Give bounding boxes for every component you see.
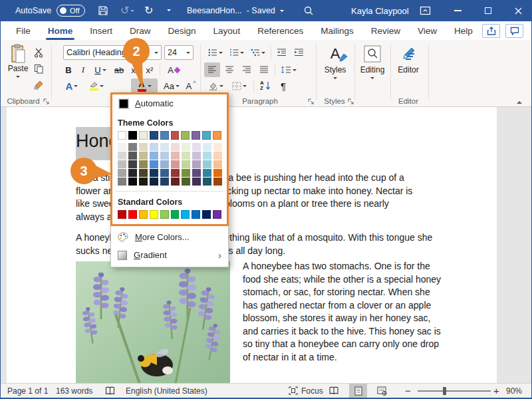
theme-variant-swatch[interactable]	[213, 143, 222, 151]
theme-variant-swatch[interactable]	[150, 143, 158, 151]
theme-variant-swatch[interactable]	[139, 178, 148, 186]
customize-qat-button[interactable]	[167, 0, 171, 21]
tab-file[interactable]: File	[7, 21, 39, 40]
theme-variant-swatch[interactable]	[182, 178, 190, 186]
theme-variant-swatch[interactable]	[160, 143, 169, 151]
theme-variant-swatch[interactable]	[150, 169, 158, 177]
theme-variant-swatch[interactable]	[213, 160, 222, 168]
numbering-button[interactable]	[227, 45, 247, 60]
theme-variant-swatch[interactable]	[118, 160, 126, 168]
theme-variant-swatch[interactable]	[128, 160, 137, 168]
theme-variant-swatch[interactable]	[203, 143, 211, 151]
italic-button[interactable]: I	[77, 63, 89, 77]
tab-review[interactable]: Review	[362, 21, 409, 40]
pilcrow-button[interactable]: ¶	[276, 78, 291, 93]
decrease-indent-button[interactable]	[273, 45, 289, 60]
maximize-button[interactable]	[478, 0, 498, 21]
editor-button[interactable]: Editor	[393, 44, 424, 94]
theme-variant-swatch[interactable]	[118, 152, 126, 160]
theme-variant-swatch[interactable]	[160, 178, 169, 186]
theme-variant-swatch[interactable]	[118, 143, 126, 151]
automatic-color-item[interactable]: Automatic	[112, 94, 227, 112]
highlight-color-button[interactable]	[84, 78, 108, 93]
tab-view[interactable]: View	[409, 21, 446, 40]
theme-variant-swatch[interactable]	[160, 152, 169, 160]
theme-variant-swatch[interactable]	[150, 178, 158, 186]
theme-color-swatch[interactable]	[128, 131, 137, 140]
increase-indent-button[interactable]	[291, 45, 307, 60]
save-button[interactable]	[98, 0, 108, 21]
format-painter-button[interactable]	[31, 77, 46, 92]
styles-dialog-launcher[interactable]	[348, 98, 354, 105]
theme-variant-swatch[interactable]	[128, 152, 137, 160]
theme-color-swatch[interactable]	[192, 131, 200, 140]
theme-variant-swatch[interactable]	[203, 178, 211, 186]
theme-variant-swatch[interactable]	[118, 169, 126, 177]
grow-font-button[interactable]: A^	[184, 78, 198, 93]
proofing-button[interactable]	[105, 384, 115, 398]
change-case-button[interactable]: Aa	[160, 78, 183, 93]
standard-color-swatch[interactable]	[192, 210, 200, 219]
theme-variant-swatch[interactable]	[118, 178, 126, 186]
word-count[interactable]: 163 words	[56, 384, 92, 398]
standard-color-swatch[interactable]	[213, 210, 221, 219]
standard-color-swatch[interactable]	[202, 210, 211, 219]
bold-button[interactable]: B	[62, 63, 75, 77]
print-layout-button[interactable]	[349, 384, 367, 398]
theme-variant-swatch[interactable]	[139, 143, 148, 151]
redo-button[interactable]: ↻	[144, 0, 153, 21]
comments-button[interactable]	[505, 24, 523, 38]
share-button[interactable]	[482, 24, 500, 38]
theme-variant-swatch[interactable]	[171, 152, 180, 160]
theme-variant-swatch[interactable]	[192, 160, 201, 168]
align-right-button[interactable]	[239, 63, 255, 77]
theme-variant-swatch[interactable]	[182, 169, 190, 177]
styles-button[interactable]: A Styles	[320, 44, 350, 94]
clipboard-dialog-launcher[interactable]	[43, 98, 50, 105]
theme-variant-swatch[interactable]	[182, 143, 190, 151]
theme-variant-swatch[interactable]	[213, 169, 222, 177]
tab-mailings[interactable]: Mailings	[312, 21, 362, 40]
standard-color-swatch[interactable]	[128, 210, 137, 219]
justify-button[interactable]	[256, 63, 272, 77]
text-effects-button[interactable]: A	[62, 78, 82, 93]
shading-button[interactable]	[204, 78, 227, 93]
tab-insert[interactable]: Insert	[81, 21, 121, 40]
theme-variant-swatch[interactable]	[128, 143, 137, 151]
standard-color-swatch[interactable]	[181, 210, 190, 219]
standard-color-swatch[interactable]	[118, 210, 126, 219]
zoom-out-button[interactable]: −	[405, 384, 411, 398]
standard-color-swatch[interactable]	[139, 210, 148, 219]
theme-color-swatch[interactable]	[139, 131, 148, 140]
font-size-combo[interactable]: 24	[164, 45, 194, 60]
theme-color-swatch[interactable]	[202, 131, 211, 140]
sort-button[interactable]: A Z	[256, 78, 275, 93]
theme-color-swatch[interactable]	[160, 131, 169, 140]
page-indicator[interactable]: Page 1 of 1	[7, 384, 48, 398]
cut-button[interactable]	[31, 45, 46, 60]
paragraph-3[interactable]: A honeybee has two stomachs. One is for …	[243, 260, 441, 364]
theme-variant-swatch[interactable]	[192, 143, 201, 151]
theme-variant-swatch[interactable]	[150, 152, 158, 160]
minimize-button[interactable]	[448, 0, 467, 21]
tab-layout[interactable]: Layout	[205, 21, 249, 40]
undo-button[interactable]: ↺	[120, 0, 134, 21]
language-indicator[interactable]: English (United States)	[126, 384, 207, 398]
close-button[interactable]	[508, 0, 528, 21]
autosave-toggle[interactable]: Off	[57, 0, 85, 21]
theme-color-swatch[interactable]	[171, 131, 180, 140]
tab-home[interactable]: Home	[39, 21, 82, 40]
zoom-slider-track[interactable]	[418, 390, 491, 392]
document-title-group[interactable]: BeesandHon... - Saved	[187, 0, 284, 21]
zoom-in-button[interactable]: +	[493, 384, 499, 398]
standard-color-swatch[interactable]	[171, 210, 180, 219]
theme-variant-swatch[interactable]	[139, 160, 148, 168]
borders-button[interactable]	[228, 78, 251, 93]
align-left-button[interactable]	[204, 63, 220, 77]
standard-color-swatch[interactable]	[150, 210, 158, 219]
clear-formatting-button[interactable]: A	[164, 63, 183, 77]
paragraph-dialog-launcher[interactable]	[308, 98, 315, 105]
theme-variant-swatch[interactable]	[150, 160, 158, 168]
theme-variant-swatch[interactable]	[213, 178, 222, 186]
search-button[interactable]	[303, 0, 314, 21]
